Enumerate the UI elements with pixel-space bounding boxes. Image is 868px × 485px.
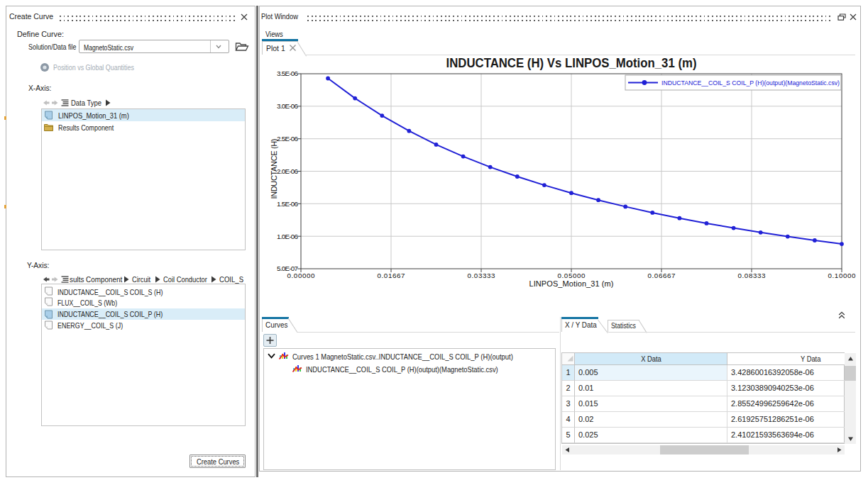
svg-text:2.0E-06: 2.0E-06 (277, 167, 299, 175)
svg-text:0.00000: 0.00000 (287, 272, 316, 279)
svg-text:0.01667: 0.01667 (378, 272, 405, 279)
svg-text:2.5E-06: 2.5E-06 (277, 135, 299, 143)
svg-text:0.06667: 0.06667 (648, 272, 676, 279)
svg-text:INDUCTANCE (H): INDUCTANCE (H) (270, 139, 278, 199)
svg-text:INDUCTANCE__COIL_S COIL_P (H)(: INDUCTANCE__COIL_S COIL_P (H)(output)(Ma… (661, 79, 840, 87)
svg-text:0.10000: 0.10000 (828, 272, 857, 279)
svg-text:1.0E-06: 1.0E-06 (277, 233, 299, 240)
svg-text:0.05000: 0.05000 (558, 272, 586, 279)
svg-text:0.08333: 0.08333 (738, 272, 767, 279)
svg-text:3.0E-06: 3.0E-06 (277, 102, 299, 110)
svg-text:INDUCTANCE (H) Vs LINPOS_Motio: INDUCTANCE (H) Vs LINPOS_Motion_31 (m) (446, 56, 697, 70)
svg-text:LINPOS_Motion_31 (m): LINPOS_Motion_31 (m) (529, 279, 614, 288)
svg-text:1.5E-06: 1.5E-06 (277, 200, 299, 208)
svg-text:0.03333: 0.03333 (468, 272, 496, 279)
svg-text:3.5E-06: 3.5E-06 (277, 69, 299, 77)
